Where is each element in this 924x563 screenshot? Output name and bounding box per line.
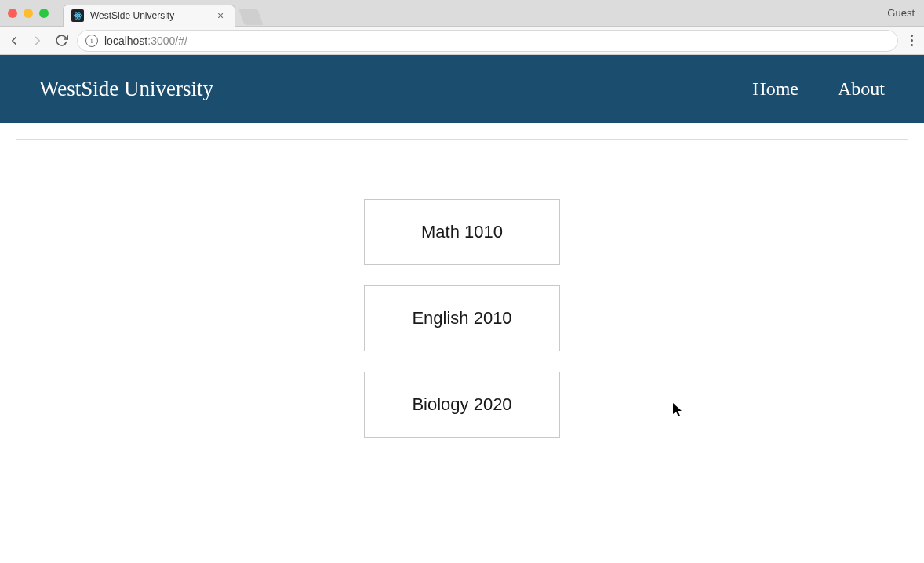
browser-tab-bar: WestSide University × Guest (0, 0, 924, 27)
site-info-icon[interactable]: i (85, 35, 98, 47)
svg-point-0 (77, 15, 78, 16)
course-name: Biology 2020 (412, 394, 511, 415)
course-list: Math 1010 English 2010 Biology 2020 (16, 139, 908, 499)
react-favicon-icon (71, 9, 84, 22)
forward-button (30, 33, 45, 49)
window-close-button[interactable] (8, 9, 17, 18)
window-minimize-button[interactable] (24, 9, 33, 18)
course-card[interactable]: English 2010 (364, 285, 560, 351)
browser-toolbar: i localhost:3000/#/ (0, 27, 924, 55)
brand-title[interactable]: WestSide University (39, 77, 213, 101)
course-name: English 2010 (412, 308, 511, 329)
window-controls (0, 9, 49, 18)
app-header: WestSide University Home About (0, 55, 924, 123)
window-maximize-button[interactable] (39, 9, 49, 18)
course-card[interactable]: Math 1010 (364, 199, 560, 265)
profile-label[interactable]: Guest (887, 7, 915, 19)
reload-button[interactable] (53, 33, 69, 49)
nav-home-link[interactable]: Home (752, 78, 798, 100)
address-bar[interactable]: i localhost:3000/#/ (77, 30, 898, 52)
main-area: Math 1010 English 2010 Biology 2020 (0, 123, 924, 515)
browser-menu-button[interactable] (906, 35, 918, 46)
tab-title: WestSide University (90, 10, 208, 21)
new-tab-button[interactable] (238, 9, 263, 25)
course-card[interactable]: Biology 2020 (364, 372, 560, 438)
nav-about-link[interactable]: About (838, 78, 885, 100)
close-tab-icon[interactable]: × (214, 9, 227, 22)
url-path: :3000/#/ (147, 35, 187, 47)
back-button[interactable] (6, 33, 22, 49)
url-text: localhost:3000/#/ (104, 35, 187, 47)
url-host: localhost (104, 35, 147, 47)
nav-links: Home About (752, 78, 885, 100)
course-name: Math 1010 (421, 222, 503, 242)
browser-tab[interactable]: WestSide University × (63, 5, 235, 27)
